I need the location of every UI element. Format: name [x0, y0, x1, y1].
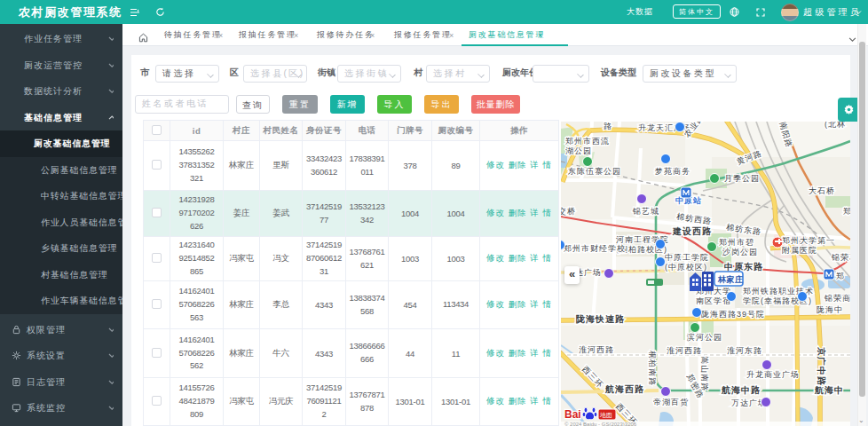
svg-text:(北林: (北林 — [825, 122, 846, 129]
svg-text:地图: 地图 — [599, 412, 612, 419]
svg-text:淮河东路: 淮河东路 — [727, 346, 762, 355]
svg-text:中原东路: 中原东路 — [724, 262, 763, 272]
svg-text:淮河西路: 淮河西路 — [667, 346, 702, 355]
svg-text:郑州大学第一: 郑州大学第一 — [782, 236, 835, 245]
svg-text:林家庄: 林家庄 — [717, 275, 744, 284]
svg-text:陇海西路39号院: 陇海西路39号院 — [701, 310, 765, 319]
svg-text:帝湖百货: 帝湖百货 — [653, 398, 689, 406]
svg-text:中原工学院: 中原工学院 — [665, 253, 709, 262]
svg-text:郑州市碧: 郑州市碧 — [719, 238, 754, 247]
svg-text:Bai: Bai — [564, 408, 581, 421]
svg-text:郑州市西流: 郑州市西流 — [565, 137, 610, 146]
svg-text:© 2024 Baidu - GS(2023)3206: © 2024 Baidu - GS(2023)3206 — [564, 422, 637, 426]
svg-text:附属医院: 附属医院 — [782, 246, 817, 255]
svg-text:锦荣商: 锦荣商 — [824, 294, 850, 303]
svg-text:东陈伍寨公园: 东陈伍寨公园 — [567, 167, 621, 176]
svg-text:锦荣花: 锦荣花 — [831, 253, 850, 262]
svg-text:建设西路: 建设西路 — [672, 226, 712, 236]
svg-text:陇海快速路: 陇海快速路 — [576, 314, 625, 324]
svg-text:京广中路: 京广中路 — [817, 347, 826, 386]
svg-text:郑州市: 郑州市 — [843, 207, 850, 216]
svg-text:淮河西路: 淮河西路 — [579, 345, 614, 354]
svg-text:月季公园: 月季公园 — [724, 174, 760, 183]
svg-text:航海中: 航海中 — [814, 385, 844, 395]
svg-text:湖公园: 湖公园 — [565, 146, 592, 155]
svg-text:嵩山南路: 嵩山南路 — [700, 356, 709, 391]
svg-text:沙岗公园: 沙岗公园 — [722, 248, 758, 256]
svg-text:航海中路: 航海中路 — [721, 385, 761, 395]
svg-text:陇海中: 陇海中 — [817, 305, 843, 314]
svg-text:交桥: 交桥 — [561, 207, 576, 216]
svg-text:南区学宿: 南区学宿 — [696, 296, 731, 305]
svg-text:大石桥: 大石桥 — [809, 186, 835, 195]
svg-text:梦苑商务: 梦苑商务 — [655, 167, 690, 176]
svg-text:锦艺城: 锦艺城 — [632, 207, 659, 216]
svg-text:郑: 郑 — [836, 272, 844, 280]
svg-text:滨河公园: 滨河公园 — [687, 333, 722, 342]
svg-text:郑州市财经学校: 郑州市财经学校 — [564, 244, 626, 253]
svg-text:航海西路: 航海西路 — [604, 384, 644, 394]
svg-text:桐柏南路: 桐柏南路 — [648, 351, 657, 386]
svg-text:升龙商业广场: 升龙商业广场 — [746, 370, 800, 379]
svg-text:(中原校区): (中原校区) — [665, 263, 707, 272]
svg-text:路: 路 — [604, 122, 612, 130]
